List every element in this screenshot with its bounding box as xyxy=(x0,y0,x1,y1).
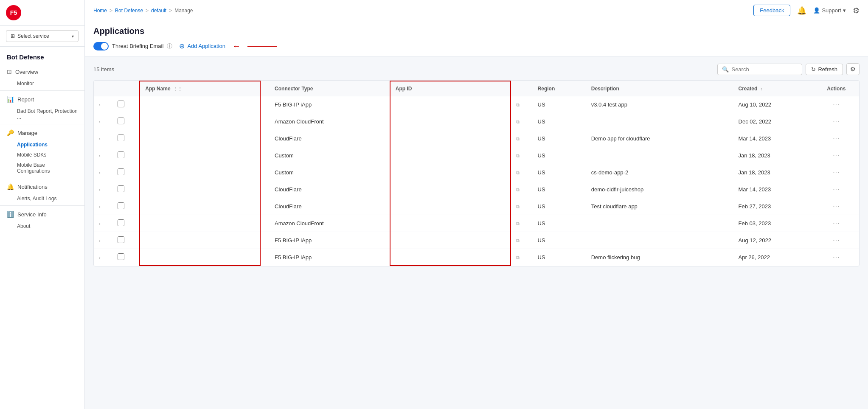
sidebar-sub-about[interactable]: About xyxy=(0,221,84,231)
row-actions-9[interactable]: ··· xyxy=(814,249,859,266)
row-checkbox-cell-9[interactable] xyxy=(112,249,140,266)
row-checkbox-cell-3[interactable] xyxy=(112,147,140,164)
row-checkbox-4[interactable] xyxy=(118,168,124,175)
row-expand-0[interactable]: › xyxy=(94,96,112,113)
row-expand-6[interactable]: › xyxy=(94,198,112,215)
row-checkbox-3[interactable] xyxy=(118,151,124,158)
sidebar-sub-mobile-sdks[interactable]: Mobile SDKs xyxy=(0,150,84,160)
row-expand-3[interactable]: › xyxy=(94,147,112,164)
row-actions-button-9[interactable]: ··· xyxy=(833,254,840,261)
row-drag-2 xyxy=(260,130,270,147)
row-copy-2[interactable]: ⧉ xyxy=(511,130,533,147)
row-actions-7[interactable]: ··· xyxy=(814,215,859,232)
row-expand-1[interactable]: › xyxy=(94,113,112,130)
service-select-button[interactable]: ⊞ Select service ▾ xyxy=(6,30,79,42)
row-checkbox-2[interactable] xyxy=(118,134,124,141)
sidebar-item-manage[interactable]: 🔑 Manage xyxy=(0,126,84,140)
refresh-button[interactable]: ↻ Refresh xyxy=(806,64,843,75)
row-actions-2[interactable]: ··· xyxy=(814,130,859,147)
row-actions-button-0[interactable]: ··· xyxy=(833,101,840,109)
row-copy-6[interactable]: ⧉ xyxy=(511,198,533,215)
row-expand-4[interactable]: › xyxy=(94,164,112,181)
row-actions-button-4[interactable]: ··· xyxy=(833,169,840,176)
info-icon[interactable]: ⓘ xyxy=(167,42,172,50)
row-app-name-7 xyxy=(140,215,260,232)
row-actions-button-7[interactable]: ··· xyxy=(833,220,840,227)
row-checkbox-cell-8[interactable] xyxy=(112,232,140,249)
sidebar-sub-alerts[interactable]: Alerts, Audit Logs xyxy=(0,193,84,204)
row-actions-button-6[interactable]: ··· xyxy=(833,203,840,210)
search-input[interactable] xyxy=(731,66,798,73)
row-actions-3[interactable]: ··· xyxy=(814,147,859,164)
row-copy-4[interactable]: ⧉ xyxy=(511,164,533,181)
row-copy-5[interactable]: ⧉ xyxy=(511,181,533,198)
row-actions-1[interactable]: ··· xyxy=(814,113,859,130)
threat-briefing-toggle[interactable] xyxy=(93,42,109,50)
col-description-header[interactable]: Description xyxy=(586,81,733,96)
row-checkbox-1[interactable] xyxy=(118,118,124,124)
row-actions-button-8[interactable]: ··· xyxy=(833,237,840,244)
col-region-header[interactable]: Region xyxy=(533,81,586,96)
add-application-button[interactable]: ⊕ Add Application xyxy=(179,42,225,50)
row-checkbox-cell-4[interactable] xyxy=(112,164,140,181)
row-expand-2[interactable]: › xyxy=(94,130,112,147)
row-actions-button-5[interactable]: ··· xyxy=(833,186,840,193)
row-actions-0[interactable]: ··· xyxy=(814,96,859,113)
row-expand-8[interactable]: › xyxy=(94,232,112,249)
row-checkbox-cell-5[interactable] xyxy=(112,181,140,198)
col-check xyxy=(112,81,140,96)
col-created-header[interactable]: Created ↕ xyxy=(733,81,814,96)
row-copy-9[interactable]: ⧉ xyxy=(511,249,533,266)
col-app-id-header[interactable]: App ID xyxy=(390,81,511,96)
sidebar-item-notifications[interactable]: 🔔 Notifications xyxy=(0,180,84,193)
breadcrumb-default[interactable]: default xyxy=(151,8,166,14)
row-checkbox-5[interactable] xyxy=(118,185,124,192)
sidebar-sub-mobile-base-configs[interactable]: Mobile Base Configurations xyxy=(0,160,84,176)
row-checkbox-cell-0[interactable] xyxy=(112,96,140,113)
row-app-id-6 xyxy=(390,198,511,215)
feedback-button[interactable]: Feedback xyxy=(753,5,790,16)
row-actions-8[interactable]: ··· xyxy=(814,232,859,249)
row-copy-3[interactable]: ⧉ xyxy=(511,147,533,164)
settings-icon[interactable]: ⚙ xyxy=(853,6,860,15)
row-app-name-4 xyxy=(140,164,260,181)
bell-icon[interactable]: 🔔 xyxy=(797,6,806,15)
row-checkbox-cell-1[interactable] xyxy=(112,113,140,130)
row-actions-button-2[interactable]: ··· xyxy=(833,135,840,143)
row-expand-7[interactable]: › xyxy=(94,215,112,232)
row-checkbox-cell-7[interactable] xyxy=(112,215,140,232)
row-checkbox-9[interactable] xyxy=(118,253,124,260)
row-app-id-3 xyxy=(390,147,511,164)
row-checkbox-0[interactable] xyxy=(118,101,124,107)
row-copy-8[interactable]: ⧉ xyxy=(511,232,533,249)
row-checkbox-cell-2[interactable] xyxy=(112,130,140,147)
row-drag-7 xyxy=(260,215,270,232)
row-expand-5[interactable]: › xyxy=(94,181,112,198)
row-copy-1[interactable]: ⧉ xyxy=(511,113,533,130)
breadcrumb-home[interactable]: Home xyxy=(93,8,107,14)
col-connector-type-header[interactable]: Connector Type xyxy=(270,81,390,96)
service-selector-area: ⊞ Select service ▾ xyxy=(0,26,84,47)
sidebar-sub-monitor[interactable]: Monitor xyxy=(0,78,84,89)
sidebar-sub-report-detail[interactable]: Bad Bot Report, Protection ... xyxy=(0,106,84,122)
table-settings-button[interactable]: ⚙ xyxy=(846,63,860,75)
row-checkbox-8[interactable] xyxy=(118,236,124,243)
row-actions-6[interactable]: ··· xyxy=(814,198,859,215)
row-actions-4[interactable]: ··· xyxy=(814,164,859,181)
row-copy-0[interactable]: ⧉ xyxy=(511,96,533,113)
sidebar-sub-applications[interactable]: Applications xyxy=(0,140,84,150)
sidebar-item-service-info[interactable]: ℹ️ Service Info xyxy=(0,207,84,221)
row-actions-button-1[interactable]: ··· xyxy=(833,118,840,126)
row-checkbox-cell-6[interactable] xyxy=(112,198,140,215)
col-app-name-header[interactable]: App Name ⋮⋮ xyxy=(140,81,260,96)
row-actions-button-3[interactable]: ··· xyxy=(833,152,840,160)
row-expand-9[interactable]: › xyxy=(94,249,112,266)
row-checkbox-7[interactable] xyxy=(118,219,124,226)
breadcrumb-bot-defense[interactable]: Bot Defense xyxy=(115,8,143,14)
row-copy-7[interactable]: ⧉ xyxy=(511,215,533,232)
sidebar-item-report[interactable]: 📊 Report xyxy=(0,92,84,106)
sidebar-item-overview[interactable]: ⊡ Overview xyxy=(0,65,84,78)
row-actions-5[interactable]: ··· xyxy=(814,181,859,198)
row-checkbox-6[interactable] xyxy=(118,202,124,209)
support-button[interactable]: 👤 Support ▾ xyxy=(813,7,846,14)
